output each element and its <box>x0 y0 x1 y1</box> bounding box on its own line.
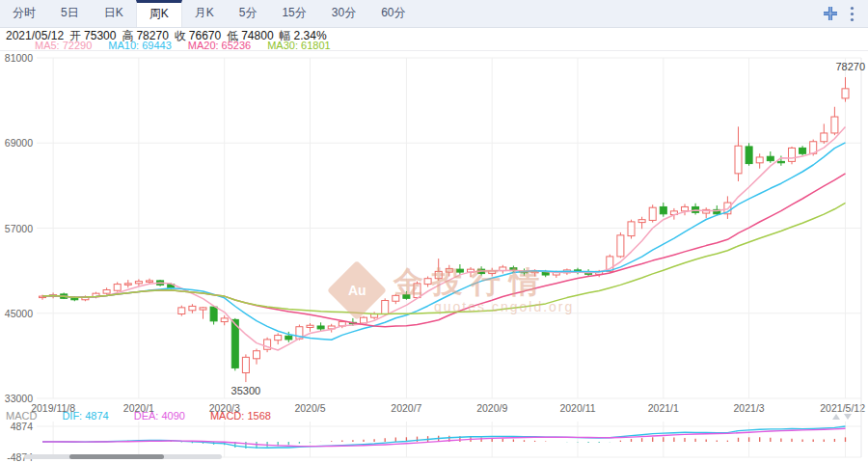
tab-5日[interactable]: 5日 <box>48 0 92 27</box>
candle-body <box>275 336 282 340</box>
candle-body <box>456 269 463 272</box>
scroll-up-triangle-icon <box>832 414 840 420</box>
tabbar-icons <box>823 0 868 27</box>
candle-body <box>382 301 389 314</box>
candle-body <box>178 308 185 314</box>
candle-body <box>403 295 410 299</box>
x-axis-label: 2020/7 <box>391 402 421 414</box>
candle-body <box>821 133 827 142</box>
y-axis-label: 81000 <box>5 52 33 64</box>
candle-body <box>831 117 838 133</box>
x-axis-label: 2021/1 <box>648 402 679 414</box>
candle-body <box>777 161 784 162</box>
price-annotation: 78270 <box>835 61 865 72</box>
candle-body <box>628 222 635 236</box>
tab-分时[interactable]: 分时 <box>0 0 48 27</box>
macd-axis-top: 4874 <box>11 421 34 432</box>
x-axis-label: 2020/3 <box>209 402 240 414</box>
y-axis-label: 33000 <box>5 393 33 404</box>
x-axis-label: 2020/11 <box>559 402 595 414</box>
candle-body <box>124 284 131 285</box>
candle-body <box>617 235 624 257</box>
scrollbar-thumb[interactable] <box>69 454 164 459</box>
ma10-line <box>42 143 846 340</box>
price-annotation: 35300 <box>231 385 261 396</box>
candle-body <box>147 281 153 282</box>
tab-15分[interactable]: 15分 <box>269 0 318 27</box>
candle-body <box>789 148 796 161</box>
y-axis-label: 57000 <box>5 223 33 234</box>
x-axis-label: 2021/3 <box>734 402 765 414</box>
candle-body <box>210 307 217 321</box>
candle-body <box>114 285 121 291</box>
candle-body <box>842 89 849 98</box>
candle-body <box>542 272 549 275</box>
candle-body <box>242 357 249 372</box>
x-axis-label: 2021/5/12 <box>820 402 865 414</box>
y-axis-label: 45000 <box>5 308 33 319</box>
candle-body <box>756 157 763 163</box>
kline-chart[interactable]: 81000690005700045000330004874-48742019/1… <box>0 51 868 463</box>
candle-body <box>660 206 666 213</box>
more-menu-icon[interactable] <box>850 6 854 22</box>
chart-area: 81000690005700045000330004874-48742019/1… <box>0 50 868 463</box>
y-axis-label: 69000 <box>5 137 33 149</box>
candle-body <box>189 306 196 310</box>
candle-body <box>638 220 645 223</box>
x-axis-label: 2019/11/8 <box>31 402 75 414</box>
tab-30分[interactable]: 30分 <box>319 0 368 27</box>
candle-body <box>393 295 399 301</box>
candle-body <box>317 326 324 329</box>
tab-日K[interactable]: 日K <box>92 0 136 27</box>
candle-body <box>735 146 742 174</box>
candle-body <box>254 351 260 359</box>
collapse-icon[interactable] <box>823 6 838 21</box>
candle-body <box>103 289 110 293</box>
candle-body <box>307 325 313 327</box>
candle-body <box>200 308 206 310</box>
scroll-down-triangle-icon <box>844 414 852 420</box>
candle-body <box>446 268 452 272</box>
candle-body <box>682 206 689 210</box>
x-axis-label: 2020/9 <box>476 402 507 414</box>
kline-app: 分时5日日K周K月K5分15分30分60分 <box>0 0 868 463</box>
candle-body <box>767 156 773 160</box>
ma20-line <box>42 174 846 327</box>
candle-body <box>285 336 292 340</box>
ma5-line <box>42 126 846 350</box>
tab-周K[interactable]: 周K <box>136 0 182 27</box>
period-tabbar-tabs: 分时5日日K周K月K5分15分30分60分 <box>0 0 419 27</box>
candle-body <box>649 207 656 220</box>
candle-body <box>135 282 142 284</box>
x-axis-label: 2020/5 <box>294 402 325 414</box>
x-axis-label: 2020/1 <box>123 402 154 414</box>
candle-body <box>424 279 431 285</box>
tab-5分[interactable]: 5分 <box>227 0 270 27</box>
macd-dif-line <box>42 426 846 448</box>
candle-body <box>435 271 442 278</box>
candle-body <box>746 147 752 164</box>
candle-body <box>71 298 78 299</box>
period-tabbar: 分时5日日K周K月K5分15分30分60分 <box>0 0 868 28</box>
candle-body <box>221 318 228 322</box>
candle-body <box>414 284 420 298</box>
candle-body <box>800 148 806 153</box>
tab-月K[interactable]: 月K <box>182 0 227 27</box>
tab-60分[interactable]: 60分 <box>368 0 418 27</box>
scrollbar-track[interactable] <box>24 454 222 459</box>
